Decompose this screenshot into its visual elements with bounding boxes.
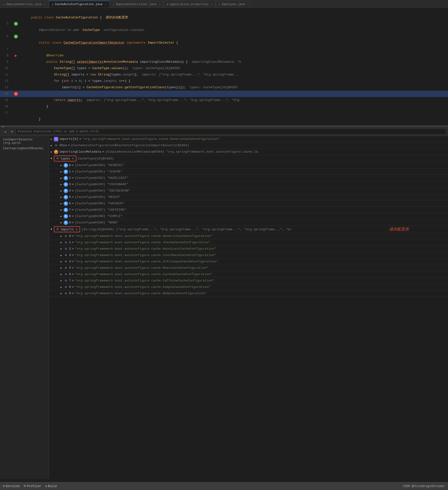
watch-row-imp-0[interactable]: ▶ ≡ 0 = "org.springframework.boot.autoco… [49, 233, 448, 239]
watch-val-t8: {CacheType@4398} "SIMPLE" [75, 214, 123, 218]
watch-row-types-6[interactable]: ▶ E 6 = {CacheType@4396} "CACHE2K" [49, 200, 448, 207]
watch-row-imp-6[interactable]: ▶ ≡ 6 = "org.springframework.boot.autoco… [49, 271, 448, 278]
tab-close[interactable]: ✕ [44, 3, 46, 6]
sidebar-learnspring[interactable]: learnspringboot09cache) [0, 146, 49, 151]
line-num-11: 11 [0, 72, 12, 78]
expand-btn-imp0[interactable]: ▶ [59, 235, 64, 238]
status-profiler[interactable]: ⟳ Profiler [24, 484, 41, 488]
code-content-12[interactable]: imports[i] = CacheConfigurations.getConf… [20, 78, 448, 84]
watch-row-imp-7[interactable]: ▶ ≡ 7 = "org.springframework.boot.autoco… [49, 278, 448, 284]
code-content-9[interactable]: CacheType[] types = CacheType.values(); … [20, 59, 448, 65]
expand-btn-t3[interactable]: ▶ [59, 183, 64, 186]
code-content-static[interactable]: static class CacheConfigurationImportSel… [20, 33, 448, 40]
tab-close-2[interactable]: ✕ [159, 3, 160, 6]
expand-btn-imp5[interactable]: ▶ [59, 267, 64, 270]
watch-row-this[interactable]: ▶ ≡ this = {CacheAutoConfiguration$Cache… [49, 142, 448, 149]
tab-employeecontroller[interactable]: ☕ EmployeeController.java ✕ [110, 1, 164, 8]
code-content-10[interactable]: String[] imports = new String[types.leng… [20, 65, 448, 72]
tab-cacheautoconfig[interactable]: ☕ CacheAutoConfiguration.java ✕ [49, 1, 110, 8]
watch-row-imp-2[interactable]: ▶ ≡ 2 = "org.springframework.boot.autoco… [49, 246, 448, 252]
status-left: ⊡ Services ⟳ Profiler ⚒ Build [3, 484, 57, 488]
watch-row-imp-3[interactable]: ▶ ≡ 3 = "org.springframework.boot.autoco… [49, 252, 448, 258]
dropdown-button[interactable]: ▾ [9, 129, 15, 134]
code-content-17[interactable]: } [20, 110, 448, 116]
code-content-13[interactable]: } [20, 84, 448, 91]
expand-btn-imp8[interactable]: ▶ [59, 286, 64, 289]
expand-btn-t8[interactable]: ▶ [59, 215, 64, 218]
expand-btn-1[interactable]: ▶ [49, 138, 54, 141]
code-content-14[interactable]: return imports; imports: ["org.springfra… [20, 91, 448, 97]
code-content-b4 [20, 103, 448, 110]
code-content-b3 [20, 40, 448, 46]
expand-btn-imp4[interactable]: ▶ [59, 260, 64, 263]
watch-row-types-2[interactable]: ▶ E 2 = {CacheType@4392} "HAZELCAST" [49, 175, 448, 181]
expand-btn-importing[interactable]: ▶ [49, 150, 54, 153]
watch-val-t2: {CacheType@4392} "HAZELCAST" [75, 176, 128, 180]
expand-btn-t9[interactable]: ▶ [59, 221, 64, 224]
watch-row-types-5[interactable]: ▶ E 5 = {CacheType@4395} "REDIS" [49, 194, 448, 200]
expand-btn-imports[interactable]: ▼ [49, 228, 54, 231]
code-content-5[interactable]: ImportSelector to add CacheType configur… [20, 21, 448, 27]
watch-row-types-9[interactable]: ▶ E 9 = {CacheType@4399} "NONE" [49, 220, 448, 226]
java-icon-4: ☕ [219, 3, 221, 6]
expand-btn-t4[interactable]: ▶ [59, 189, 64, 192]
watch-icon-e-0: E [64, 163, 68, 168]
code-content-7[interactable]: @Override [20, 46, 448, 52]
watch-eq-t5: = [72, 195, 74, 199]
status-services[interactable]: ⊡ Services [3, 484, 20, 488]
watch-row-types-7[interactable]: ▶ E 7 = {CacheType@4397} "CAFFEINE" [49, 207, 448, 213]
watch-row-types-8[interactable]: ▶ E 8 = {CacheType@4398} "SIMPLE" [49, 213, 448, 220]
watch-row-types-0[interactable]: ▶ E 0 = {CacheType@4390} "GENERIC" [49, 162, 448, 169]
code-content-15[interactable]: } [20, 97, 448, 103]
tab-employeeservice[interactable]: ☕ EmployeeService.java ✕ [0, 1, 49, 8]
expand-btn-imp9[interactable]: ▶ [59, 292, 64, 295]
expand-btn-t7[interactable]: ▶ [59, 208, 64, 211]
expand-btn-t0[interactable]: ▶ [59, 164, 64, 167]
watch-row-imp-5[interactable]: ▶ ≡ 5 = "org.springframework.boot.autoco… [49, 265, 448, 271]
code-content-11[interactable]: for (int i = 0; i < types.length; i++) { [20, 72, 448, 78]
tab-appprops[interactable]: ⚙ application.properties ✕ [164, 1, 216, 8]
debug-main[interactable]: ▶ ∞ imports[0] = "org.springframework.bo… [49, 136, 448, 479]
expand-btn-imp6[interactable]: ▶ [59, 273, 64, 276]
tab-close-4[interactable]: ✕ [247, 3, 249, 6]
code-content-1[interactable]: public class CacheAutoConfiguration { 缓存… [20, 8, 448, 14]
watch-row-imp-8[interactable]: ▶ ≡ 8 = "org.springframework.boot.autoco… [49, 284, 448, 290]
expand-btn-imp7[interactable]: ▶ [59, 279, 64, 282]
watch-row-types[interactable]: ▼ ≡ types = CacheType[10]@4365} [49, 155, 448, 162]
line-num-7: 7 [0, 46, 12, 52]
expand-btn-t2[interactable]: ▶ [59, 177, 64, 180]
code-line-static: 5 ● static class CacheConfigurationImpor… [0, 33, 448, 40]
evaluate-input[interactable] [16, 129, 446, 135]
watch-row-importing[interactable]: ▶ P importingClassMetadata = {SimpleAnno… [49, 149, 448, 155]
watch-eq-t0: = [72, 163, 74, 167]
watch-row-imp-1[interactable]: ▶ ≡ 1 = "org.springframework.boot.autoco… [49, 239, 448, 246]
watch-row-types-3[interactable]: ▶ E 3 = {CacheType@4393} "COUCHBASE" [49, 181, 448, 188]
tab-close-3[interactable]: ✕ [211, 3, 212, 6]
expand-btn-types[interactable]: ▼ [49, 157, 54, 160]
watch-row-types-1[interactable]: ▶ E 1 = {CacheType@4391} "JCACHE" [49, 169, 448, 175]
code-content-8[interactable]: public String[] selectImports(Annotation… [20, 52, 448, 59]
watch-icon-list-imp2: ≡ [64, 247, 68, 251]
code-line-blank2 [0, 27, 448, 33]
sidebar-import-selector[interactable]: ionImportSelector (org.sprin [0, 137, 49, 146]
watch-row-imp-4[interactable]: ▶ ≡ 4 = "org.springframework.boot.autoco… [49, 258, 448, 265]
line-num-9: 9 [0, 59, 12, 65]
watch-row-imp-9[interactable]: ▶ ≡ 9 = "org.springframework.boot.autoco… [49, 290, 448, 297]
expand-btn-imp3[interactable]: ▶ [59, 254, 64, 257]
watch-row-imports[interactable]: ▼ ≡ imports = {String[10]@4366} ["org.sp… [49, 226, 448, 233]
expand-btn-t1[interactable]: ▶ [59, 170, 64, 173]
expand-btn-this[interactable]: ▶ [49, 144, 54, 147]
watch-row-imports0[interactable]: ▶ ∞ imports[0] = "org.springframework.bo… [49, 136, 448, 142]
filter-button[interactable]: ⊿ [2, 129, 8, 134]
code-content-b2 [20, 27, 448, 33]
watch-icon-e-5: E [64, 195, 68, 199]
expand-btn-t6[interactable]: ▶ [59, 202, 64, 205]
watch-name-1: imports[0] [59, 137, 78, 141]
expand-btn-imp1[interactable]: ▶ [59, 241, 64, 244]
expand-btn-imp2[interactable]: ▶ [59, 247, 64, 250]
tab-close-active[interactable]: ✕ [105, 3, 106, 6]
watch-row-types-4[interactable]: ▶ E 4 = {CacheType@4394} "INFINISPAN" [49, 188, 448, 194]
status-build[interactable]: ⚒ Build [45, 484, 57, 488]
expand-btn-t5[interactable]: ▶ [59, 196, 64, 199]
tab-employee[interactable]: ☕ Employee.java ✕ [216, 1, 252, 8]
